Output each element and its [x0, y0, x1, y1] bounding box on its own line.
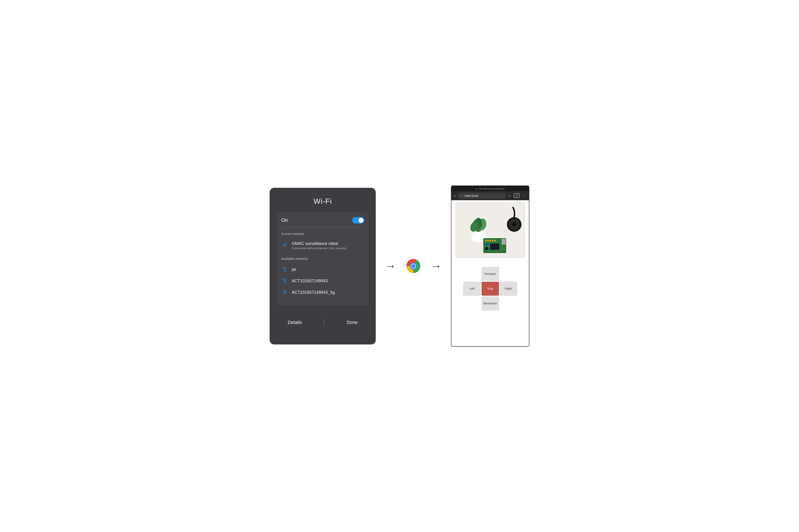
controls-row-forward: Forward [482, 267, 499, 281]
current-network-label: Current network [281, 232, 364, 236]
wifi-card: On Current network GMAC surveillance rob… [276, 212, 369, 305]
forward-button[interactable]: Forward [482, 267, 499, 281]
no-internet-label: No internet connection [479, 187, 505, 190]
wifi-icon-act1 [281, 278, 288, 285]
network-name-act1: ACT101657149943 [292, 279, 328, 283]
current-network-sub: Connected without internet / Not secured [292, 247, 346, 250]
wifi-on-row: On [281, 217, 364, 224]
browser-menu-button[interactable]: ⋮ [522, 193, 527, 198]
main-scene: Wi-Fi On Current network [0, 0, 799, 532]
svg-rect-29 [485, 243, 489, 246]
stop-button[interactable]: Stop [482, 282, 499, 296]
right-button[interactable]: Right [500, 282, 517, 296]
arrows-chrome-group: → → [385, 256, 442, 277]
add-tab-button[interactable]: + [508, 193, 512, 198]
browser-panel: ⊘ No internet connection ⌂ ⚠ robot.local… [451, 186, 529, 347]
current-network-item[interactable]: GMAC surveillance robot Connected withou… [281, 239, 364, 252]
wifi-toggle[interactable] [352, 217, 364, 224]
current-network-name: GMAC surveillance robot [292, 241, 346, 246]
network-info-act1: ACT101657149943 [292, 279, 328, 283]
home-button[interactable]: ⌂ [453, 193, 456, 198]
network-name-jai: jai [292, 267, 296, 272]
details-button[interactable]: Details [288, 320, 302, 325]
svg-point-13 [411, 264, 415, 268]
network-info-act2: ACT101657149943_5g [292, 290, 335, 295]
tab-count-button[interactable]: 30 [514, 193, 520, 198]
current-network-info: GMAC surveillance robot Connected withou… [292, 241, 346, 250]
network-item-act1[interactable]: ACT101657149943 [281, 276, 364, 287]
backward-button[interactable]: Backward [482, 297, 499, 310]
address-text: robot.local [464, 194, 503, 197]
network-name-act2: ACT101657149943_5g [292, 290, 335, 295]
svg-rect-28 [490, 243, 500, 250]
robot-camera-image [456, 203, 525, 258]
no-internet-icon: ⊘ [476, 187, 478, 190]
left-button[interactable]: Left [464, 282, 481, 296]
wifi-on-label: On [281, 217, 288, 223]
svg-rect-25 [490, 240, 491, 242]
svg-rect-24 [487, 240, 489, 242]
arrow-left: → [385, 260, 396, 272]
available-networks-section: Available networks jai [281, 257, 364, 298]
browser-nav-bar: ⌂ ⚠ robot.local + 30 ⋮ [451, 191, 529, 200]
wifi-icon-act2 [281, 289, 288, 296]
svg-rect-27 [494, 240, 496, 242]
wifi-title: Wi-Fi [276, 197, 369, 206]
address-warning-icon: ⚠ [460, 194, 463, 197]
controls-row-backward: Backward [482, 297, 499, 310]
browser-status-bar: ⊘ No internet connection [451, 186, 529, 191]
wifi-footer: Details Done [276, 315, 369, 326]
done-button[interactable]: Done [347, 320, 358, 325]
footer-divider [324, 319, 324, 326]
network-info-jai: jai [292, 267, 296, 272]
svg-rect-26 [492, 240, 493, 242]
controls-grid: Forward Left Stop Right Backward [464, 267, 517, 310]
available-networks-label: Available networks [281, 257, 364, 261]
wifi-icon-jai [281, 266, 288, 273]
svg-rect-23 [485, 240, 487, 242]
svg-rect-16 [473, 232, 485, 239]
svg-point-0 [284, 246, 285, 247]
address-bar[interactable]: ⚠ robot.local [458, 193, 506, 199]
controls-row-middle: Left Stop Right [464, 282, 517, 296]
svg-rect-31 [502, 239, 506, 245]
svg-point-34 [512, 222, 516, 227]
robot-image-inner [456, 203, 525, 258]
wifi-signal-icon [281, 242, 288, 249]
wifi-panel: Wi-Fi On Current network [270, 188, 376, 344]
network-item-act2[interactable]: ACT101657149943_5g [281, 287, 364, 298]
svg-point-30 [485, 247, 489, 250]
network-item-jai[interactable]: jai [281, 264, 364, 276]
browser-content: Forward Left Stop Right Backward [451, 200, 529, 346]
arrow-right: → [431, 260, 442, 272]
chrome-icon [403, 256, 424, 277]
